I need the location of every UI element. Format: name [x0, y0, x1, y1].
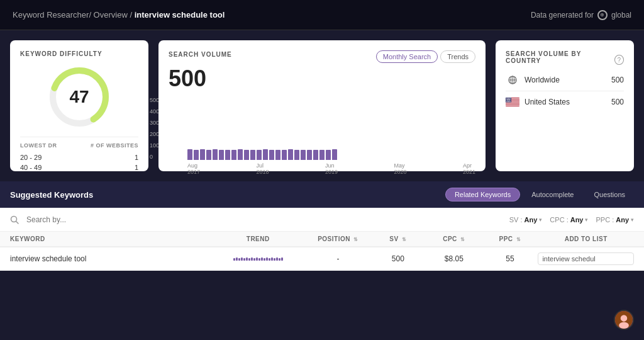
svg-point-34 [508, 101, 509, 102]
svg-point-23 [506, 99, 507, 100]
volume-title: SEARCH VOLUME [169, 51, 232, 58]
globe-world-icon [506, 76, 519, 84]
country-count-worldwide: 500 [611, 76, 624, 84]
th-add-to-list: ADD TO LIST [538, 235, 634, 242]
help-icon[interactable]: ? [614, 55, 624, 65]
add-to-list-input[interactable] [538, 252, 634, 265]
td-trend [210, 258, 306, 261]
volume-number: 500 [169, 65, 475, 92]
chart-y-labels: 5004003002001000 [150, 97, 159, 160]
cpc-dropdown[interactable]: CPC : Any ▾ [550, 216, 588, 224]
trend-bar [271, 258, 273, 261]
suggested-header: Suggested Keywords Related Keywords Auto… [0, 181, 644, 208]
lowest-dr-label: LOWEST DR [20, 142, 57, 149]
svg-point-28 [507, 101, 508, 101]
tab-questions[interactable]: Questions [585, 188, 634, 201]
country-count-us: 500 [611, 98, 624, 106]
chart-area: 5004003002001000 Aug2017 Jul2018 Jun2019… [169, 97, 475, 175]
trend-bar [266, 258, 268, 261]
svg-point-20 [508, 99, 508, 99]
country-card: SEARCH VOLUME BY COUNTRY ? Worldwide 500 [496, 40, 634, 171]
svg-point-14 [506, 98, 507, 99]
svg-point-26 [509, 99, 510, 100]
th-cpc: CPC ⇅ [426, 235, 482, 242]
country-row-worldwide: Worldwide 500 [506, 69, 624, 91]
sort-ppc-icon: ⇅ [516, 237, 521, 242]
bar [288, 149, 293, 160]
tab-autocomplete[interactable]: Autocomplete [523, 188, 582, 201]
dr-header: LOWEST DR # OF WEBSITES [20, 142, 138, 149]
trend-bar [253, 258, 255, 261]
breadcrumb-keyword: interview schedule tool [135, 10, 225, 20]
svg-rect-12 [506, 105, 519, 106]
kw-table: KEYWORD TREND POSITION ⇅ SV ⇅ CPC ⇅ PPC … [0, 232, 644, 271]
td-sv: 500 [370, 254, 426, 263]
country-name-us: United States [525, 98, 570, 106]
filter-dropdowns: SV : Any ▾ CPC : Any ▾ PPC : Any ▾ [509, 216, 634, 224]
trend-bar [261, 258, 263, 261]
tab-trends[interactable]: Trends [440, 50, 475, 63]
ppc-chevron-icon: ▾ [631, 217, 634, 223]
trend-bars [210, 258, 306, 261]
header: Keyword Researcher/ Overview / interview… [0, 0, 644, 30]
svg-point-21 [509, 99, 509, 99]
difficulty-score: 47 [69, 87, 89, 107]
trend-bar [243, 258, 245, 261]
search-icon [10, 215, 19, 224]
dr-row-1: 20 - 29 1 [20, 152, 138, 162]
ppc-dropdown[interactable]: PPC : Any ▾ [596, 216, 634, 224]
th-ppc: PPC ⇅ [482, 235, 538, 242]
globe-icon: ⊕ [597, 10, 608, 20]
svg-point-27 [510, 99, 511, 100]
region-label: global [611, 11, 631, 20]
sort-cpc-icon: ⇅ [460, 237, 465, 242]
bar [225, 150, 230, 160]
avatar[interactable] [614, 310, 634, 330]
bar [250, 150, 255, 160]
th-sv: SV ⇅ [370, 235, 426, 242]
search-input[interactable] [23, 213, 499, 226]
sv-dropdown[interactable]: SV : Any ▾ [509, 216, 543, 224]
svg-rect-11 [506, 104, 519, 105]
tab-monthly-search[interactable]: Monthly Search [376, 50, 438, 63]
td-add-to-list[interactable] [538, 252, 634, 265]
bar [231, 150, 236, 160]
trend-bar [248, 258, 250, 261]
tab-group: Monthly Search Trends [376, 50, 475, 63]
chart-labels: Aug2017 Jul2018 Jun2019 May2020 Apr2021 [169, 162, 475, 175]
country-title: SEARCH VOLUME BY COUNTRY [506, 50, 614, 64]
svg-point-31 [509, 101, 510, 101]
trend-bar [241, 258, 243, 261]
td-keyword: interview schedule tool [10, 254, 210, 263]
td-position: - [306, 254, 370, 263]
sort-sv-icon: ⇅ [402, 237, 407, 242]
svg-point-19 [507, 99, 508, 99]
svg-point-33 [508, 101, 508, 102]
bar [200, 149, 205, 160]
cards-row: KEYWORD DIFFICULTY 47 LOWEST DR # OF WEB… [0, 30, 644, 181]
volume-header: SEARCH VOLUME Monthly Search Trends [169, 50, 475, 63]
ppc-value: Any [616, 216, 629, 224]
avatar-image [615, 311, 633, 329]
svg-point-30 [509, 101, 509, 101]
th-keyword: KEYWORD [10, 235, 210, 242]
bar [238, 149, 243, 160]
trend-bar [276, 258, 278, 261]
search-box [10, 213, 499, 226]
svg-point-24 [508, 99, 508, 100]
svg-point-40 [621, 315, 628, 322]
bar [275, 150, 280, 160]
bar [213, 149, 218, 160]
trend-bar [256, 258, 258, 261]
svg-point-32 [506, 101, 507, 102]
svg-point-35 [509, 101, 510, 102]
dr-table: LOWEST DR # OF WEBSITES 20 - 29 1 40 - 4… [20, 137, 138, 173]
bar [301, 150, 306, 160]
td-ppc: 55 [482, 254, 538, 263]
trend-bar [238, 258, 240, 261]
bar [257, 150, 262, 160]
country-name-worldwide: Worldwide [525, 76, 560, 84]
sort-position-icon: ⇅ [353, 237, 358, 242]
tab-related-keywords[interactable]: Related Keywords [445, 188, 520, 201]
ppc-label: PPC : [596, 216, 614, 224]
